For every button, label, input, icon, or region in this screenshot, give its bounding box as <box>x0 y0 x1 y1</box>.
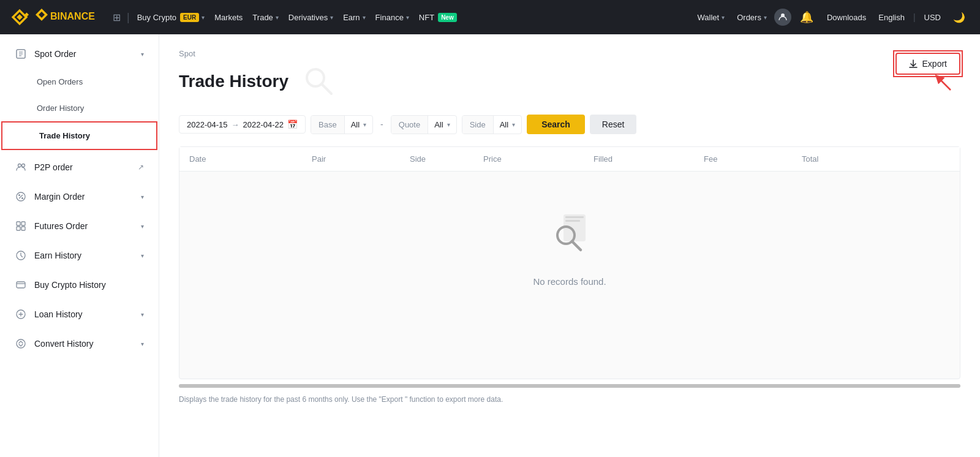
nav-language[interactable]: English <box>873 0 910 34</box>
main-layout: Spot Order ▾ Open Orders Order History T… <box>0 34 980 457</box>
logo-area[interactable] <box>10 7 29 27</box>
buy-icon <box>15 279 27 291</box>
sidebar-label: Futures Order <box>34 221 134 231</box>
th-side: Side <box>410 154 483 164</box>
nav-currency[interactable]: USD <box>919 0 946 34</box>
page-title-area: Trade History <box>179 63 337 100</box>
nav-earn[interactable]: Earn ▾ <box>338 0 370 34</box>
svg-rect-25 <box>21 222 25 225</box>
quote-filter-label: Quote <box>391 116 428 134</box>
svg-line-34 <box>322 84 331 94</box>
filter-dash: - <box>378 119 386 129</box>
avatar[interactable] <box>774 9 791 26</box>
th-fee: Fee <box>704 154 802 164</box>
empty-text: No records found. <box>533 276 606 287</box>
chevron-down-icon: ▾ <box>764 14 767 21</box>
futures-icon <box>15 220 27 232</box>
side-filter-label: Side <box>462 116 494 134</box>
sidebar-item-earn-history[interactable]: Earn History ▾ <box>0 241 159 270</box>
svg-rect-27 <box>21 227 25 230</box>
chevron-down-icon: ▾ <box>447 121 450 128</box>
chevron-down-icon: ▾ <box>141 252 144 259</box>
nav-nft[interactable]: NFT New <box>414 0 462 34</box>
reset-button[interactable]: Reset <box>590 115 637 134</box>
table-header: Date Pair Side Price Filled Fee Total <box>179 147 960 172</box>
sidebar-label: Earn History <box>34 251 134 260</box>
nav-derivatives[interactable]: Derivatives ▾ <box>284 0 338 34</box>
top-navigation: BINANCE ⊞ | Buy Crypto EUR ▾ Markets Tra… <box>0 0 980 34</box>
nav-trade[interactable]: Trade ▾ <box>247 0 283 34</box>
side-filter-select[interactable]: All ▾ <box>494 116 521 134</box>
svg-line-37 <box>938 78 951 90</box>
sidebar-item-order-history[interactable]: Order History <box>0 95 159 121</box>
svg-rect-29 <box>17 282 25 288</box>
sidebar-label: Buy Crypto History <box>34 280 144 290</box>
external-link-icon: ↗ <box>138 163 144 172</box>
svg-point-18 <box>18 164 21 167</box>
sidebar-item-convert-history[interactable]: Convert History ▾ <box>0 329 159 358</box>
sidebar-item-loan-history[interactable]: Loan History ▾ <box>0 300 159 329</box>
sidebar-item-futures-order[interactable]: Futures Order ▾ <box>0 211 159 241</box>
chevron-down-icon: ▾ <box>141 223 144 230</box>
nav-markets[interactable]: Markets <box>209 0 247 34</box>
sidebar-item-p2p-order[interactable]: P2P order ↗ <box>0 153 159 182</box>
trade-history-table: Date Pair Side Price Filled Fee Total <box>179 146 960 379</box>
eur-badge: EUR <box>180 13 199 22</box>
main-content: Spot Trade History Export <box>159 34 980 457</box>
chevron-down-icon: ▾ <box>406 14 409 21</box>
svg-point-22 <box>18 194 20 196</box>
sidebar-item-margin-order[interactable]: Margin Order ▾ <box>0 182 159 211</box>
grid-menu-button[interactable]: ⊞ <box>109 8 124 27</box>
chevron-down-icon: ▾ <box>512 121 515 128</box>
export-button[interactable]: Export <box>895 53 960 75</box>
date-arrow: → <box>232 120 239 129</box>
chevron-down-icon: ▾ <box>722 14 725 21</box>
people-icon <box>15 161 27 173</box>
nav-wallet[interactable]: Wallet ▾ <box>693 0 730 34</box>
theme-toggle[interactable]: 🌙 <box>948 0 970 34</box>
svg-rect-39 <box>565 216 584 218</box>
binance-logo-full: BINANCE <box>32 7 99 27</box>
date-to: 2022-04-22 <box>243 120 284 129</box>
svg-point-19 <box>22 164 25 167</box>
chevron-down-icon: ▾ <box>363 14 366 21</box>
scrollbar-track[interactable] <box>179 384 960 388</box>
nav-downloads[interactable]: Downloads <box>822 0 871 34</box>
earn-icon <box>15 249 27 262</box>
nav-divider: | <box>912 12 917 22</box>
sidebar-label: Open Orders <box>37 77 144 86</box>
breadcrumb: Spot <box>179 49 337 58</box>
date-range-picker[interactable]: 2022-04-15 → 2022-04-22 📅 <box>179 115 306 134</box>
th-price: Price <box>483 154 594 164</box>
svg-rect-40 <box>565 220 580 222</box>
svg-line-42 <box>572 241 581 250</box>
empty-state: No records found. <box>179 172 960 323</box>
nav-buy-crypto[interactable]: Buy Crypto EUR ▾ <box>132 0 209 34</box>
sidebar-label: Spot Order <box>34 49 134 59</box>
calendar-icon: 📅 <box>287 119 298 129</box>
export-wrapper: Export <box>895 53 960 97</box>
side-filter: Side All ▾ <box>462 115 522 134</box>
margin-icon <box>15 191 27 203</box>
nav-right-area: Wallet ▾ Orders ▾ 🔔 Downloads English | … <box>693 0 970 34</box>
sidebar-item-open-orders[interactable]: Open Orders <box>0 69 159 95</box>
nav-orders[interactable]: Orders ▾ <box>732 0 772 34</box>
base-filter-select[interactable]: All ▾ <box>345 116 372 134</box>
quote-filter-select[interactable]: All ▾ <box>428 116 456 134</box>
th-filled: Filled <box>594 154 704 164</box>
svg-rect-24 <box>17 222 20 225</box>
base-filter: Base All ▾ <box>311 115 373 134</box>
base-filter-label: Base <box>311 116 345 134</box>
sidebar-item-spot-order[interactable]: Spot Order ▾ <box>0 39 159 69</box>
notification-bell[interactable]: 🔔 <box>794 0 820 34</box>
search-button[interactable]: Search <box>527 115 585 134</box>
sidebar-item-buy-crypto-history[interactable]: Buy Crypto History <box>0 270 159 300</box>
convert-icon <box>15 338 27 350</box>
sidebar-item-trade-history[interactable]: Trade History <box>1 121 157 150</box>
sidebar-label: P2P order <box>34 162 130 172</box>
binance-logo-icon <box>10 7 29 27</box>
sidebar-trade-history-wrapper: Trade History <box>0 121 159 150</box>
chevron-down-icon: ▾ <box>363 121 366 128</box>
nav-finance[interactable]: Finance ▾ <box>371 0 414 34</box>
chevron-down-icon: ▾ <box>141 341 144 347</box>
